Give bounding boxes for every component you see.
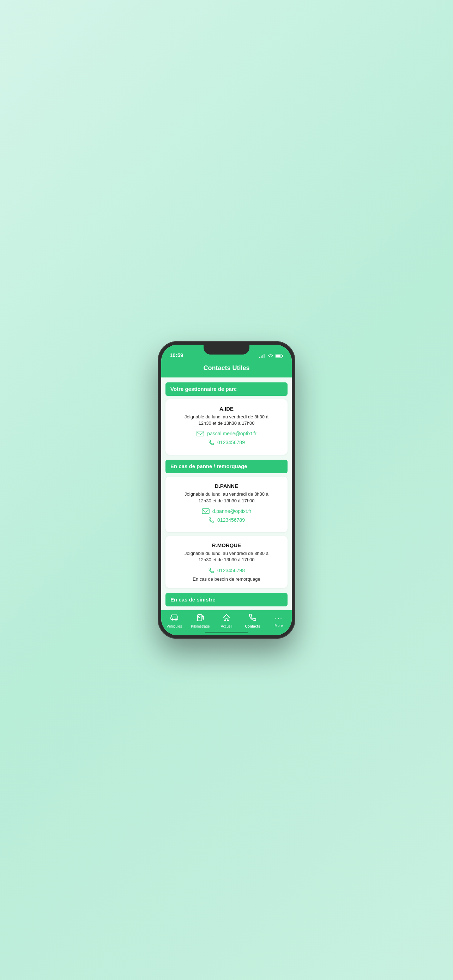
svg-rect-1 — [261, 356, 262, 358]
contact-email-aide: pascal.merle@optixt.fr — [207, 431, 256, 436]
contact-phone-aide: 0123456789 — [217, 439, 245, 445]
contact-hours-aide: Joignable du lundi au vendredi de 8h30 à… — [171, 414, 282, 426]
phone-nav-icon — [248, 613, 257, 623]
car-icon — [170, 613, 178, 623]
more-icon: ··· — [275, 614, 283, 622]
section-header-gestionnaire: Votre gestionnaire de parc — [165, 382, 288, 396]
status-icons — [259, 354, 283, 358]
battery-icon — [275, 354, 283, 358]
wifi-icon — [268, 354, 273, 358]
section-label-gestionnaire: Votre gestionnaire de parc — [170, 386, 237, 392]
nav-item-accueil[interactable]: Accueil — [213, 613, 240, 628]
contact-phone-row-aide[interactable]: 0123456789 — [171, 439, 282, 445]
contact-card-aide: A.IDE Joignable du lundi au vendredi de … — [165, 399, 288, 455]
phone-frame: 10:59 — [158, 341, 295, 639]
phone-icon-aide — [208, 439, 215, 445]
contact-phone-dpanne: 0123456789 — [217, 517, 245, 523]
contact-email-dpanne: d.panne@optixt.fr — [212, 508, 251, 514]
nav-label-more: More — [275, 624, 283, 628]
notch — [203, 345, 250, 355]
svg-point-11 — [172, 619, 173, 620]
fuel-icon — [196, 613, 205, 623]
signal-icon — [259, 354, 265, 358]
phone-icon-dpanne — [208, 517, 215, 523]
contact-email-row-aide[interactable]: pascal.merle@optixt.fr — [171, 431, 282, 436]
contact-card-rmorque: R.MORQUE Joignable du lundi au vendredi … — [165, 536, 288, 588]
contact-hours-rmorque: Joignable du lundi au vendredi de 8h30 à… — [171, 550, 282, 563]
svg-rect-3 — [264, 354, 265, 358]
phone-screen: 10:59 — [161, 345, 292, 635]
svg-point-12 — [175, 619, 177, 620]
contact-phone-row-dpanne[interactable]: 0123456789 — [171, 517, 282, 523]
phone-icon-rmorque — [208, 567, 215, 574]
svg-rect-7 — [197, 431, 204, 436]
contact-name-aide: A.IDE — [171, 406, 282, 412]
home-indicator — [205, 632, 248, 633]
nav-item-vehicules[interactable]: Véhicules — [161, 613, 188, 628]
contact-name-dpanne: D.PANNE — [171, 483, 282, 489]
nav-label-vehicules: Véhicules — [167, 624, 182, 628]
status-time: 10:59 — [170, 352, 183, 358]
contact-phone-rmorque: 0123456798 — [217, 568, 245, 573]
content-area[interactable]: Votre gestionnaire de parc A.IDE Joignab… — [161, 377, 292, 610]
svg-rect-13 — [199, 616, 200, 617]
header-title: Contacts Utiles — [203, 364, 250, 371]
app-header: Contacts Utiles — [161, 360, 292, 377]
contact-card-dpanne: D.PANNE Joignable du lundi au vendredi d… — [165, 477, 288, 532]
svg-rect-5 — [276, 355, 280, 357]
email-icon-dpanne — [202, 508, 210, 514]
contact-hours-dpanne: Joignable du lundi au vendredi de 8h30 à… — [171, 491, 282, 504]
svg-rect-0 — [259, 356, 261, 358]
svg-rect-2 — [262, 355, 263, 358]
section-header-sinistre: En cas de sinistre — [165, 593, 288, 606]
contact-phone-row-rmorque[interactable]: 0123456798 — [171, 567, 282, 574]
nav-item-contacts[interactable]: Contacts — [240, 613, 265, 628]
nav-label-kilometrage: Kilométrage — [191, 624, 210, 628]
nav-item-more[interactable]: ··· More — [265, 614, 292, 628]
section-label-sinistre: En cas de sinistre — [170, 597, 216, 603]
section-label-panne: En cas de panne / remorquage — [170, 463, 247, 469]
contact-email-row-dpanne[interactable]: d.panne@optixt.fr — [171, 508, 282, 514]
nav-item-kilometrage[interactable]: Kilométrage — [188, 613, 213, 628]
contact-name-rmorque: R.MORQUE — [171, 542, 282, 548]
nav-label-contacts: Contacts — [245, 624, 261, 628]
svg-rect-6 — [283, 356, 283, 356]
contact-note-rmorque: En cas de besoin de remorquage — [171, 576, 282, 582]
section-header-panne: En cas de panne / remorquage — [165, 460, 288, 473]
svg-rect-8 — [202, 509, 209, 514]
nav-label-accueil: Accueil — [221, 624, 232, 628]
email-icon-aide — [197, 431, 204, 436]
home-icon — [222, 613, 231, 623]
